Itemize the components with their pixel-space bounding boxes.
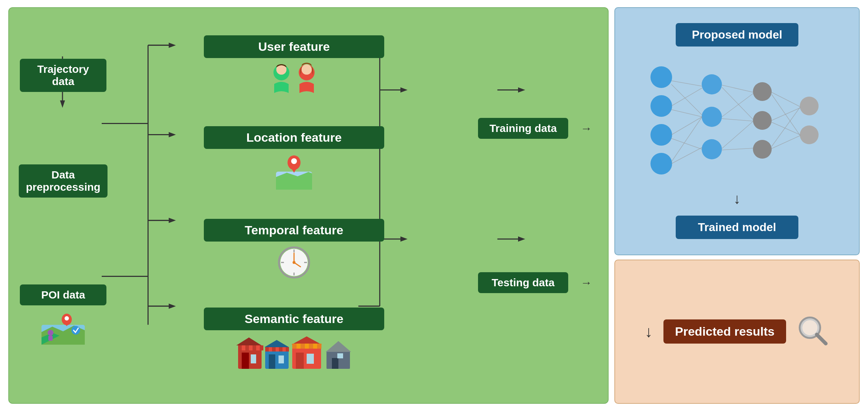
svg-marker-67	[264, 340, 289, 347]
svg-rect-74	[296, 353, 304, 369]
preprocessing-box: Data preprocessing	[19, 164, 108, 198]
svg-rect-79	[301, 344, 305, 349]
semantic-feature-icon	[236, 335, 352, 376]
svg-line-108	[722, 93, 753, 117]
svg-rect-75	[307, 354, 314, 364]
svg-point-86	[650, 66, 672, 88]
svg-rect-80	[309, 344, 313, 349]
svg-rect-85	[337, 353, 343, 358]
results-down-arrow: ↓	[645, 323, 653, 341]
svg-point-92	[702, 139, 722, 159]
temporal-feature-icon	[276, 244, 312, 282]
testing-arrow: →	[580, 276, 592, 290]
svg-rect-78	[292, 344, 297, 349]
svg-marker-58	[236, 337, 262, 345]
svg-line-107	[722, 87, 753, 120]
svg-point-88	[650, 124, 672, 146]
svg-rect-62	[253, 345, 256, 350]
svg-point-91	[702, 107, 722, 127]
svg-rect-81	[317, 344, 321, 349]
svg-rect-30	[48, 336, 53, 341]
results-panel: ↓ Predicted results	[614, 260, 860, 404]
semantic-feature-block: Semantic feature	[128, 308, 460, 376]
testing-data-block: Testing data	[478, 272, 568, 293]
predicted-results-box: Predicted results	[663, 319, 786, 344]
right-panel: Proposed model	[614, 7, 860, 404]
poi-icon	[40, 310, 87, 352]
svg-marker-83	[326, 341, 351, 352]
svg-point-44	[291, 158, 297, 164]
svg-point-89	[650, 153, 672, 174]
svg-line-105	[671, 117, 702, 162]
svg-point-40	[302, 65, 312, 75]
testing-data-box: Testing data	[478, 272, 568, 293]
location-feature-box: Location feature	[204, 126, 384, 149]
trained-model-box: Trained model	[676, 216, 798, 239]
left-panel: Trajectory data Data preprocessing POI d…	[8, 7, 609, 404]
svg-line-102	[671, 117, 702, 135]
diagram-wrapper: Trajectory data Data preprocessing POI d…	[8, 7, 860, 404]
model-down-arrow: ↓	[733, 191, 741, 207]
svg-rect-65	[269, 354, 275, 369]
svg-rect-60	[238, 345, 242, 350]
svg-point-29	[48, 330, 53, 336]
svg-rect-66	[279, 355, 284, 363]
svg-line-114	[772, 108, 800, 120]
svg-line-120	[817, 335, 826, 344]
svg-rect-56	[242, 353, 249, 369]
temporal-feature-box: Temporal feature	[204, 219, 384, 242]
preprocessing-block: Data preprocessing	[20, 164, 106, 198]
svg-point-93	[753, 82, 772, 101]
svg-line-109	[722, 119, 753, 121]
svg-line-98	[671, 81, 702, 86]
svg-line-116	[772, 136, 800, 149]
svg-line-103	[671, 138, 702, 149]
user-feature-block: User feature	[128, 35, 460, 101]
svg-line-117	[772, 107, 800, 146]
svg-rect-63	[260, 345, 263, 350]
training-arrow: →	[580, 122, 592, 135]
svg-line-110	[722, 121, 753, 149]
svg-marker-76	[291, 336, 322, 345]
temporal-feature-block: Temporal feature	[128, 219, 460, 282]
svg-point-97	[800, 125, 819, 144]
svg-rect-61	[245, 345, 249, 350]
svg-rect-84	[332, 358, 338, 369]
svg-point-96	[800, 97, 819, 115]
trajectory-data-box: Trajectory data	[20, 59, 106, 92]
search-icon	[797, 315, 829, 349]
svg-point-94	[753, 111, 772, 130]
svg-line-113	[772, 94, 800, 136]
svg-rect-57	[251, 354, 256, 363]
svg-point-90	[702, 74, 722, 94]
svg-point-34	[71, 326, 80, 335]
user-feature-icon	[265, 62, 323, 101]
svg-line-115	[772, 122, 800, 135]
svg-rect-71	[279, 347, 282, 352]
training-data-block: Training data	[478, 118, 568, 139]
training-data-box: Training data	[478, 118, 568, 139]
trajectory-block: Trajectory data	[20, 59, 106, 92]
poi-block: POI data	[20, 284, 106, 352]
poi-data-box: POI data	[20, 284, 106, 305]
svg-line-111	[722, 148, 753, 150]
svg-rect-69	[265, 347, 269, 352]
svg-point-95	[753, 140, 772, 159]
svg-line-106	[722, 85, 753, 92]
svg-line-112	[772, 92, 800, 107]
svg-rect-72	[286, 347, 289, 352]
svg-point-54	[293, 261, 295, 264]
svg-rect-70	[272, 347, 276, 352]
proposed-model-box: Proposed model	[676, 23, 798, 47]
neural-network-diagram	[622, 56, 852, 182]
user-feature-box: User feature	[204, 35, 384, 58]
location-feature-block: Location feature	[128, 126, 460, 193]
location-feature-icon	[272, 152, 316, 193]
svg-point-87	[650, 95, 672, 117]
svg-line-100	[671, 88, 702, 106]
svg-point-32	[65, 316, 69, 321]
semantic-feature-box: Semantic feature	[204, 308, 384, 330]
model-panel: Proposed model	[614, 7, 860, 255]
